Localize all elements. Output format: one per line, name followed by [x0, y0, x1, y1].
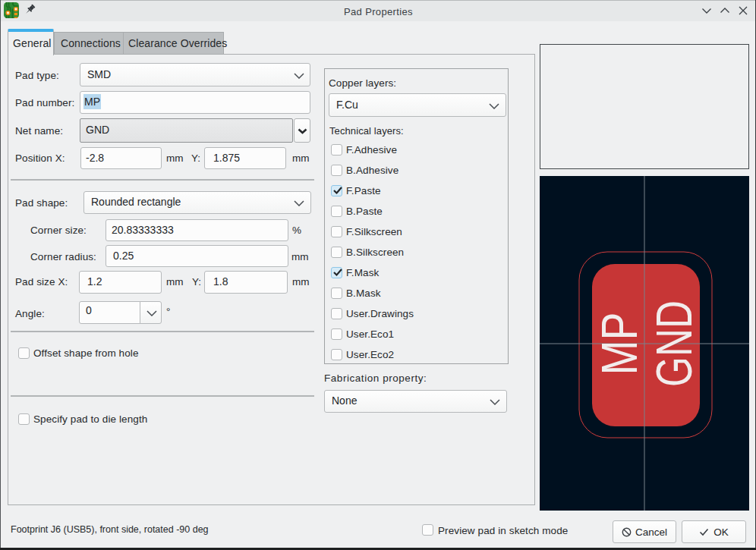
svg-text:MP: MP	[591, 313, 647, 376]
svg-text:GND: GND	[645, 300, 702, 387]
